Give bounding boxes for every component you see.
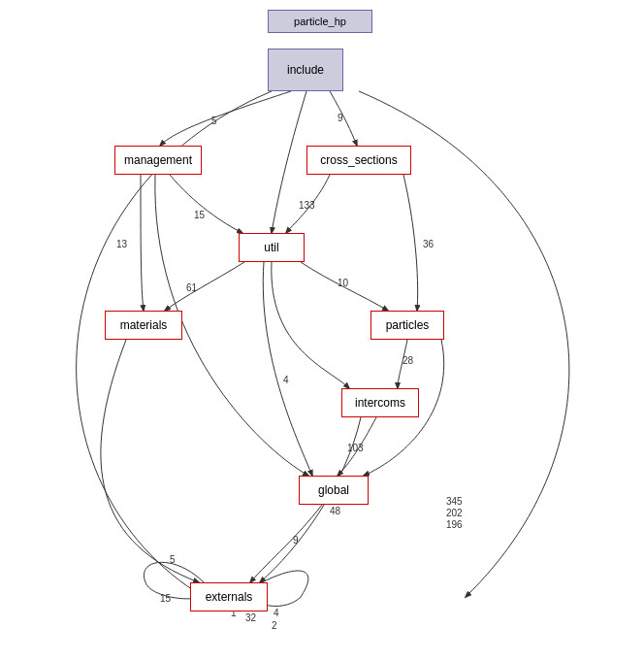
node-global: global (299, 476, 369, 505)
node-externals: externals (190, 582, 268, 611)
label-externals-32: 32 (245, 612, 257, 623)
node-particles-label: particles (386, 318, 430, 332)
label-196: 196 (446, 519, 463, 530)
edge-util-materials (165, 262, 244, 311)
edge-materials-externals (101, 340, 199, 582)
edge-global-externals (250, 505, 322, 582)
label-externals-2: 2 (272, 620, 277, 631)
node-materials: materials (105, 311, 182, 340)
edge-include-cross-sections (330, 91, 357, 146)
node-management-label: management (124, 153, 192, 167)
node-intercoms: intercoms (341, 388, 419, 417)
edge-util-global (263, 262, 312, 476)
edge-management-util (170, 175, 242, 233)
label-intercoms-global: 103 (347, 443, 364, 453)
label-externals-4: 4 (274, 608, 279, 618)
node-intercoms-label: intercoms (355, 396, 405, 410)
edge-include-util (272, 91, 306, 233)
node-management: management (114, 146, 202, 175)
node-util: util (239, 233, 305, 262)
node-global-label: global (318, 483, 349, 497)
label-util-particles: 10 (338, 278, 349, 288)
node-include: include (268, 49, 343, 91)
edge-management-materials (141, 175, 144, 311)
node-particles: particles (370, 311, 444, 340)
label-management-util: 15 (194, 210, 206, 220)
label-345: 345 (446, 496, 463, 507)
node-materials-label: materials (120, 318, 168, 332)
node-cross-sections-label: cross_sections (320, 153, 397, 167)
label-management-materials: 13 (116, 239, 128, 249)
node-particle-hp-label: particle_hp (294, 16, 346, 27)
label-particles-intercoms: 28 (402, 355, 414, 366)
edge-cross-sections-particles (403, 175, 418, 311)
node-cross-sections: cross_sections (306, 146, 411, 175)
graph-container: 5 9 15 133 48 13 61 10 36 28 103 4 9 48 … (0, 0, 644, 661)
label-include-cross-sections: 9 (338, 113, 343, 123)
node-particle-hp: particle_hp (268, 10, 372, 33)
label-cross-sections-util: 133 (299, 200, 315, 211)
node-util-label: util (264, 241, 278, 254)
node-include-label: include (287, 63, 324, 77)
edge-include-management (160, 91, 291, 146)
label-util-materials: 61 (186, 282, 198, 293)
label-intercoms-externals-41: 48 (330, 506, 341, 516)
node-externals-label: externals (206, 590, 253, 604)
label-util-global: 4 (283, 375, 289, 385)
label-externals-5: 5 (170, 554, 176, 565)
label-externals-15: 15 (160, 593, 172, 604)
label-cross-sections-particles: 36 (423, 239, 435, 249)
label-include-management: 5 (211, 116, 217, 126)
label-202: 202 (446, 508, 463, 518)
graph-svg: 5 9 15 133 48 13 61 10 36 28 103 4 9 48 … (0, 0, 644, 661)
label-global-externals-9: 9 (293, 535, 299, 545)
